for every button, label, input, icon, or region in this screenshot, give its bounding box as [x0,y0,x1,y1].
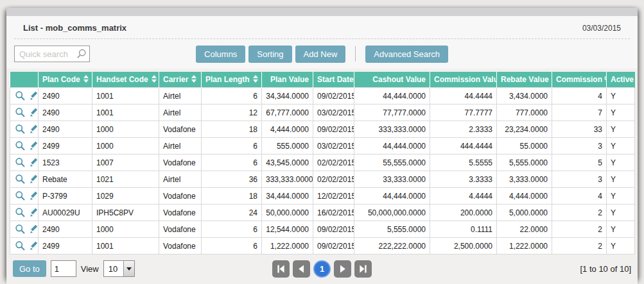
view-icon[interactable] [15,224,26,235]
view-icon[interactable] [15,157,26,168]
table-row[interactable]: AU00029UIPH5C8PVVodafone2450,000.000016/… [10,205,635,221]
cell-plan_value: 4,444.0000 [262,121,313,138]
view-icon[interactable] [15,240,26,251]
cell-carrier: Vodafone [159,121,202,138]
go-to-button[interactable]: Go to [13,260,46,277]
cell-plan_code: 2490 [39,221,92,238]
edit-icon[interactable] [29,157,38,168]
list-window: List - mob_comms_matrix 03/03/2015 Colum… [6,8,638,281]
cell-rebate_value: 1,222.0000 [497,238,552,255]
quick-search [14,46,90,62]
cell-plan_length: 24 [202,205,262,221]
row-tools-cell [10,155,39,171]
column-header-rebate_value: Rebate Value [497,72,552,88]
table-row[interactable]: 24901000Vodafone184,444.000009/02/201533… [10,121,635,138]
cell-active: Y [607,238,635,255]
sorting-button[interactable]: Sorting [248,46,292,63]
cell-plan_length: 36 [202,171,262,188]
sort-icon[interactable] [253,75,259,83]
cell-carrier: Vodafone [159,238,202,255]
view-icon[interactable] [15,207,26,218]
cell-plan_length: 6 [202,138,262,155]
table-row[interactable]: Rebate1021Airtel36333,333.000002/02/2015… [10,171,635,188]
cell-start_date: 09/02/2015 [313,121,354,138]
previous-page-button[interactable] [293,260,310,278]
edit-icon[interactable] [29,107,38,118]
cell-rebate_value: 4,444.0000 [497,188,552,205]
view-icon[interactable] [15,190,26,201]
table-row[interactable]: 15231007Vodafone643,545.000002/02/201555… [10,155,635,171]
current-page-badge[interactable]: 1 [313,260,331,278]
advanced-search-button[interactable]: Advanced Search [365,46,448,63]
cell-plan_code: 2499 [39,138,92,155]
cell-plan_length: 18 [202,188,262,205]
edit-icon[interactable] [29,90,38,101]
edit-icon[interactable] [29,207,38,218]
cell-carrier: Airtel [159,138,202,155]
table-row[interactable]: P-37991029Vodafone1834,444.000012/02/201… [10,188,635,205]
edit-icon[interactable] [29,224,38,235]
page-header: List - mob_comms_matrix 03/03/2015 [6,16,638,38]
cell-active: Y [607,171,635,188]
column-header-handset_code[interactable]: Handset Code [92,72,159,88]
footer: Go to View 10 1 [6,255,638,284]
edit-icon[interactable] [29,190,38,201]
cell-rebate_value: 5,555.0000 [497,155,552,171]
cell-plan_length: 6 [202,155,262,171]
sort-icon[interactable] [83,75,89,83]
column-header-commission_pct: Commission % [552,72,607,88]
cell-start_date: 09/02/2015 [313,221,354,238]
table-row[interactable]: 24991000Airtel6555.000003/02/201544,444.… [10,138,635,155]
table-row[interactable]: 24901000Vodafone612,544.000009/02/20155,… [10,221,635,238]
cell-plan_value: 43,545.0000 [262,155,313,171]
cell-handset_code: 1021 [92,171,159,188]
cell-plan_length: 18 [202,121,262,138]
dropdown-button[interactable] [123,261,134,276]
edit-icon[interactable] [29,240,38,251]
edit-icon[interactable] [29,174,38,185]
view-icon[interactable] [15,140,26,151]
next-page-button[interactable] [334,260,351,278]
edit-icon[interactable] [29,124,38,135]
cell-commission_value: 5.5555 [430,155,497,171]
add-new-button[interactable]: Add New [295,46,346,63]
column-header-carrier[interactable]: Carrier [159,72,202,88]
cell-start_date: 09/02/2015 [313,238,354,255]
cell-commission_pct: 33 [552,121,607,138]
edit-icon[interactable] [29,140,38,151]
cell-active: Y [607,121,635,138]
table-row[interactable]: 24901001Airtel634,344.000009/02/201544,4… [10,88,635,104]
cell-cashout_value: 33,333.0000 [354,171,430,188]
cell-cashout_value: 77,777.0000 [354,104,430,121]
cell-cashout_value: 44,444.0000 [354,188,430,205]
page-size-select[interactable]: 10 [103,260,135,277]
view-icon[interactable] [15,90,26,101]
go-to-page-input[interactable] [51,260,76,277]
view-icon[interactable] [15,124,26,135]
column-header-label: Start Date [317,75,354,84]
cell-plan_value: 555.0000 [262,138,313,155]
cell-active: Y [607,188,635,205]
last-page-button[interactable] [354,260,372,278]
cell-handset_code: 1029 [92,188,159,205]
cell-handset_code: IPH5C8PV [92,205,159,221]
cell-active: Y [607,138,635,155]
cell-handset_code: 1001 [92,88,159,104]
columns-button[interactable]: Columns [196,46,245,63]
column-header-label: Active [611,75,634,84]
cell-commission_value: 4.4444 [430,188,497,205]
sort-icon[interactable] [191,75,197,83]
sort-icon[interactable] [152,75,157,83]
view-icon[interactable] [15,174,26,185]
table-row[interactable]: 24901001Airtel1267,777.000003/02/201577,… [10,104,635,121]
column-header-plan_length[interactable]: Plan Length [202,72,262,88]
first-page-button[interactable] [272,260,290,278]
view-icon[interactable] [15,107,26,118]
row-tools-cell [10,221,39,238]
cell-handset_code: 1000 [92,121,159,138]
cell-plan_code: AU00029U [39,205,92,221]
cell-commission_value: 3.3333 [430,171,497,188]
column-header-plan_code[interactable]: Plan Code [39,72,92,88]
table-row[interactable]: 24991001Vodafone61,222.000009/02/2015222… [10,238,635,255]
cell-plan_code: P-3799 [39,188,92,205]
